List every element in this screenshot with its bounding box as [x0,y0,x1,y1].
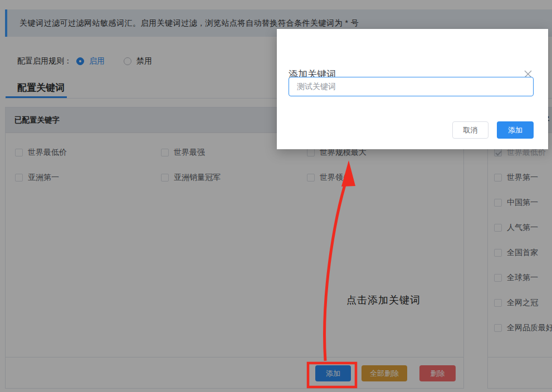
keyword-input[interactable] [289,77,534,96]
cancel-button[interactable]: 取消 [452,121,489,139]
confirm-add-button[interactable]: 添加 [497,121,534,139]
annotation-tip-text: 点击添加关键词 [346,293,421,307]
add-keyword-modal: 添加关键词 取消 添加 [277,29,548,149]
keyword-filter-page: 关键词过滤可过滤网站敏感词汇。启用关键词过滤，浏览站点将自动替换符合条件关键词为… [0,0,552,392]
